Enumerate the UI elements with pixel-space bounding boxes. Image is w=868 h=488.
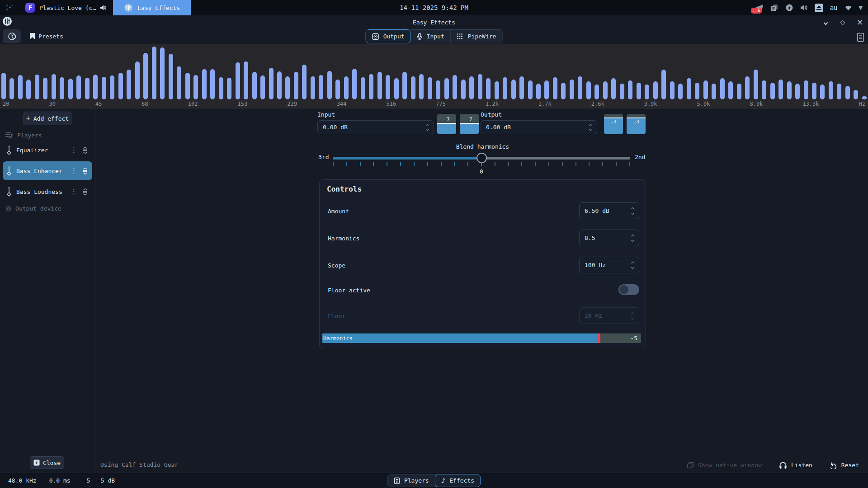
drag-handle-icon[interactable]	[82, 146, 89, 154]
spin-arrows-icon[interactable]	[632, 262, 634, 268]
spectrum-bar	[260, 75, 265, 99]
floor-active-toggle[interactable]	[618, 284, 639, 295]
close-button[interactable]: Close	[30, 456, 64, 469]
blend-harmonics-title: Blend harmonics	[319, 143, 646, 150]
spin-arrows-icon[interactable]	[590, 124, 592, 131]
spectrum-bar	[528, 80, 533, 99]
spin-arrows-icon[interactable]	[632, 235, 634, 241]
input-gain-spinbox[interactable]: 0.00 dB	[317, 120, 434, 134]
system-tray: ..6 au ▼	[755, 4, 868, 12]
output-device-label: Output device	[15, 205, 61, 212]
reset-button[interactable]: Reset	[830, 462, 859, 469]
slider-tick	[454, 162, 455, 166]
blend-slider-handle[interactable]	[476, 153, 487, 163]
freq-label: 20	[3, 101, 9, 107]
spectrum-bar	[428, 77, 432, 99]
tab-input-label: Input	[427, 33, 444, 40]
effect-menu-icon[interactable]: ⋮	[71, 146, 77, 154]
floor-spinbox[interactable]: 20 Hz	[579, 307, 639, 324]
listen-button[interactable]: Listen	[779, 461, 812, 469]
output-gain-spinbox[interactable]: 0.00 dB	[481, 120, 597, 134]
taskbar-window-easy-effects-active[interactable]: Easy Effects	[113, 0, 191, 15]
harmonics-spinbox[interactable]: 8.5	[579, 230, 639, 246]
keyboard-layout-indicator[interactable]: au	[830, 4, 838, 11]
spectrum-bar	[102, 77, 106, 99]
add-effect-button[interactable]: + Add effect	[24, 112, 71, 125]
app-launcher-button[interactable]	[0, 0, 19, 15]
level-meter: -3	[604, 114, 623, 134]
freq-label: 2.6k	[591, 101, 604, 107]
players-section-label: Players	[17, 132, 42, 139]
spectrum-bar	[453, 75, 457, 99]
spectrum-bar	[311, 76, 315, 99]
window-titlebar[interactable]: Easy Effects ◇ ×	[0, 15, 868, 29]
document-icon	[857, 33, 864, 42]
tab-output[interactable]: Output	[366, 29, 411, 43]
presets-button[interactable]: Presets	[25, 29, 68, 43]
spectrum-bar	[586, 81, 591, 99]
minimize-icon[interactable]	[822, 19, 829, 26]
spectrum-bar	[35, 75, 39, 99]
effect-row-bass-enhancer-selected[interactable]: Bass Enhancer ⋮	[3, 161, 92, 180]
spectrum-bar	[361, 77, 365, 99]
removable-media-tray-icon[interactable]	[815, 4, 823, 12]
slider-tick	[414, 162, 415, 166]
effect-row-equalizer[interactable]: Equalizer ⋮	[3, 143, 92, 157]
spectrum-bar	[661, 70, 666, 99]
spectrum-bar	[60, 77, 64, 99]
launcher-icon	[5, 4, 14, 12]
spectrum-bar	[76, 75, 81, 99]
spectrum-bar	[277, 71, 282, 99]
spectrum-bar	[687, 78, 691, 99]
amount-spinbox[interactable]: 6.50 dB	[579, 202, 639, 219]
messenger-tray-icon[interactable]: ..6	[755, 4, 764, 11]
amount-label: Amount	[328, 208, 349, 215]
effects-page-button[interactable]: ♪ Effects	[435, 474, 481, 487]
maximize-icon[interactable]: ◇	[839, 19, 846, 26]
plus-icon: +	[26, 114, 30, 122]
volume-tray-icon[interactable]	[800, 4, 808, 11]
microphone-icon	[417, 33, 423, 40]
shortcuts-button[interactable]	[857, 30, 864, 44]
drag-handle-icon[interactable]	[82, 167, 89, 175]
clipboard-tray-icon[interactable]	[770, 4, 778, 12]
spectrum-bar	[244, 61, 248, 99]
slider-tick	[495, 162, 495, 166]
players-page-button[interactable]: Players	[387, 474, 435, 487]
taskbar-window-music-player[interactable]: F Plastic Love (c…	[19, 0, 113, 15]
players-section-header[interactable]: Players	[0, 132, 95, 139]
spectrum-bar	[778, 80, 783, 99]
spectrum-bar	[570, 80, 574, 99]
scope-spinbox[interactable]: 100 Hz	[579, 257, 639, 273]
close-window-icon[interactable]: ×	[856, 18, 863, 27]
spectrum-bar	[737, 84, 741, 99]
spectrum-bar	[544, 80, 549, 99]
spectrum-bar	[110, 75, 114, 99]
effect-menu-icon[interactable]: ⋮	[71, 167, 77, 175]
plugin-main-area: Input 0.00 dB -7-7 Output 0.00 dB -3-3 B…	[96, 109, 868, 473]
tab-pipewire[interactable]: PipeWire	[450, 29, 503, 43]
effect-label: Bass Enhancer	[16, 168, 66, 174]
tray-expander-chevron-icon[interactable]: ▼	[859, 5, 863, 11]
spectrum-bar	[419, 74, 424, 99]
spin-arrows-icon[interactable]	[426, 124, 429, 131]
effect-menu-icon[interactable]: ⋮	[71, 188, 77, 196]
effect-row-bass-loudness[interactable]: Bass Loudness ⋮	[3, 184, 92, 199]
spin-arrows-icon[interactable]	[632, 208, 634, 214]
output-device-row[interactable]: ◎ Output device	[0, 204, 95, 212]
power-icon	[8, 33, 16, 40]
drag-handle-icon[interactable]	[82, 188, 89, 196]
controls-title: Controls	[327, 185, 362, 193]
tab-input[interactable]: Input	[411, 29, 451, 43]
show-native-window-button[interactable]: Show native window	[687, 462, 762, 469]
output-level-meters: -3-3	[604, 114, 646, 134]
taskbar-active-title: Easy Effects	[137, 5, 180, 11]
wifi-tray-icon[interactable]	[844, 5, 852, 11]
spectrum-bar	[703, 80, 708, 99]
output-device-icon: ◎	[5, 204, 11, 212]
clock[interactable]: 14-11-2025 9:42 PM	[400, 0, 468, 15]
screen-record-tray-icon[interactable]	[785, 4, 793, 12]
bypass-button[interactable]	[3, 29, 21, 43]
spectrum-bar	[678, 84, 683, 99]
blend-slider[interactable]	[333, 157, 630, 160]
